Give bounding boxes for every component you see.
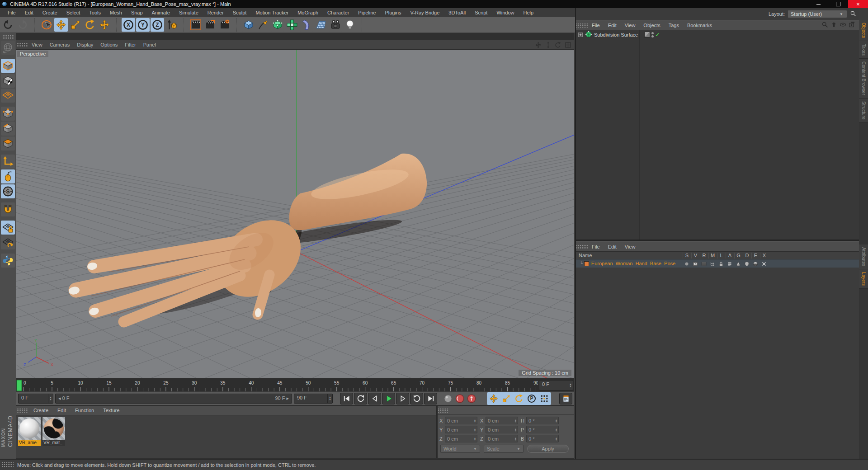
search-icon[interactable] bbox=[821, 21, 829, 29]
viewport-3d[interactable]: Perspective Grid Spacing : 10 cm Y X Z bbox=[16, 50, 574, 378]
layer-color-swatch[interactable] bbox=[584, 261, 589, 266]
viewport-menu-cameras[interactable]: Cameras bbox=[46, 41, 74, 48]
hierarchy-icon[interactable] bbox=[708, 261, 717, 267]
viewport-canvas[interactable] bbox=[16, 50, 574, 378]
menu-edit[interactable]: Edit bbox=[21, 9, 38, 16]
texture-mode-button[interactable] bbox=[1, 74, 15, 88]
coordinate-field-size-y[interactable]: 0 cm▲▼ bbox=[486, 426, 518, 433]
last-tool-button[interactable] bbox=[98, 18, 111, 32]
deformer-button[interactable] bbox=[300, 18, 313, 32]
render-view-button[interactable] bbox=[189, 18, 203, 32]
spinner-arrows[interactable]: ▲▼ bbox=[473, 437, 477, 441]
key-position-button[interactable] bbox=[488, 393, 500, 404]
menu-select[interactable]: Select bbox=[62, 9, 85, 16]
viewport-drag-handle[interactable] bbox=[16, 42, 28, 47]
lock-y-button[interactable]: Y bbox=[136, 18, 150, 32]
viewport-menu-panel[interactable]: Panel bbox=[140, 41, 160, 48]
previous-key-button[interactable] bbox=[354, 393, 367, 404]
object-manager-menu-view[interactable]: View bbox=[621, 22, 640, 29]
light-button[interactable] bbox=[343, 18, 357, 32]
menu-mograph[interactable]: MoGraph bbox=[293, 9, 322, 16]
spinner-arrows[interactable]: ▲▼ bbox=[514, 419, 518, 423]
layer-manager-menu-file[interactable]: File bbox=[588, 243, 604, 250]
menu-plugins[interactable]: Plugins bbox=[381, 9, 405, 16]
expander-icon[interactable] bbox=[578, 32, 583, 38]
spinner-arrows[interactable]: ▲▼ bbox=[514, 428, 518, 432]
layout-dropdown[interactable]: Startup (User)▼ bbox=[788, 10, 847, 18]
camera-label[interactable]: Perspective bbox=[17, 51, 48, 57]
spinner-arrows[interactable]: ▲▼ bbox=[554, 428, 558, 432]
coordinate-field-rotation-p[interactable]: 0 °▲▼ bbox=[526, 426, 559, 433]
next-frame-button[interactable] bbox=[396, 393, 409, 404]
filter-icon[interactable] bbox=[840, 21, 847, 29]
object-manager-tree[interactable]: Subdivision Surface✓ bbox=[576, 30, 859, 240]
layer-manager-menu-view[interactable]: View bbox=[621, 243, 640, 250]
scale-button[interactable] bbox=[69, 18, 82, 32]
tab-objects[interactable]: Objects bbox=[859, 20, 868, 41]
subdivision-surface-button[interactable] bbox=[271, 18, 284, 32]
coordinate-field-rotation-h[interactable]: 0 °▲▼ bbox=[526, 417, 559, 424]
lock-workplane-button[interactable] bbox=[1, 221, 15, 235]
lock-z-button[interactable]: Z bbox=[151, 18, 164, 32]
timeline-window-button[interactable] bbox=[559, 393, 572, 404]
edges-mode-button[interactable] bbox=[1, 122, 15, 136]
coordinate-field-position-y[interactable]: 0 cm▲▼ bbox=[445, 426, 477, 433]
goto-start-button[interactable] bbox=[340, 393, 353, 404]
viewport-menu-view[interactable]: View bbox=[28, 41, 46, 48]
object-manager-menu-bookmarks[interactable]: Bookmarks bbox=[683, 22, 716, 29]
points-mode-button[interactable] bbox=[1, 107, 15, 121]
menu-mesh[interactable]: Mesh bbox=[106, 9, 126, 16]
menu-window[interactable]: Window bbox=[492, 9, 518, 16]
object-row[interactable]: Subdivision Surface✓ bbox=[576, 30, 859, 39]
rotate-button[interactable] bbox=[83, 18, 97, 32]
menu-render[interactable]: Render bbox=[203, 9, 228, 16]
minimize-button[interactable] bbox=[808, 0, 828, 8]
object-manager-menu-edit[interactable]: Edit bbox=[604, 22, 621, 29]
record-objects-button[interactable] bbox=[443, 393, 453, 404]
menu-file[interactable]: File bbox=[4, 9, 20, 16]
make-editable-button[interactable] bbox=[1, 41, 15, 55]
menu-v-ray-bridge[interactable]: V-Ray Bridge bbox=[406, 9, 444, 16]
frame-range-slider[interactable]: ◂ 0 F 90 F ▸ bbox=[55, 394, 292, 404]
spinner-arrows[interactable]: ▲▼ bbox=[554, 437, 558, 441]
material-menu-edit[interactable]: Edit bbox=[53, 407, 71, 414]
coordinate-field-size-z[interactable]: 0 cm▲▼ bbox=[486, 435, 518, 442]
tab-layers[interactable]: Layers bbox=[859, 269, 868, 289]
status-drag-handle[interactable] bbox=[2, 462, 14, 468]
dot-icon[interactable] bbox=[683, 261, 691, 267]
undo-button[interactable] bbox=[1, 18, 15, 32]
enable-axis-button[interactable] bbox=[1, 155, 15, 169]
eye-box-icon[interactable] bbox=[691, 261, 699, 267]
viewport-menu-options[interactable]: Options bbox=[97, 41, 121, 48]
material-vr_mat_[interactable]: VR_mat_ bbox=[42, 417, 65, 446]
toggle-panels-icon[interactable] bbox=[563, 41, 572, 49]
mask-icon[interactable] bbox=[751, 261, 760, 267]
visibility-dots[interactable] bbox=[651, 32, 654, 38]
material-menu-function[interactable]: Function bbox=[71, 407, 99, 414]
menu-create[interactable]: Create bbox=[38, 9, 61, 16]
viewport-menu-display[interactable]: Display bbox=[73, 41, 97, 48]
layer-manager-body[interactable]: └European_Woman_Hand_Base_Pose bbox=[576, 259, 859, 268]
enabled-checkmark[interactable]: ✓ bbox=[655, 32, 660, 38]
film-icon[interactable] bbox=[700, 261, 708, 267]
modifiers-button[interactable] bbox=[285, 18, 299, 32]
camera-button[interactable] bbox=[329, 18, 342, 32]
autokeying-button[interactable] bbox=[454, 393, 465, 404]
list-icon[interactable] bbox=[726, 261, 734, 267]
add-cube-button[interactable] bbox=[242, 18, 255, 32]
coordinate-field-size-x[interactable]: 0 cm▲▼ bbox=[486, 417, 518, 424]
current-frame-spinner[interactable]: 0 F ▲▼ bbox=[539, 380, 573, 390]
light-cone-icon[interactable] bbox=[734, 261, 742, 267]
menu-script[interactable]: Script bbox=[471, 9, 491, 16]
coordinate-mode-dropdown[interactable]: World▼ bbox=[440, 445, 480, 453]
toolbar-drag-handle[interactable] bbox=[2, 34, 14, 39]
material-menu-texture[interactable]: Texture bbox=[99, 407, 124, 414]
end-frame-spinner[interactable]: 90 F▲▼ bbox=[294, 394, 333, 404]
lock-x-button[interactable]: X bbox=[122, 18, 135, 32]
menu-pipeline[interactable]: Pipeline bbox=[354, 9, 380, 16]
goto-end-button[interactable] bbox=[424, 393, 437, 404]
model-mode-button[interactable] bbox=[1, 59, 15, 73]
menu-simulate[interactable]: Simulate bbox=[175, 9, 203, 16]
shield-icon[interactable] bbox=[743, 261, 751, 267]
key-pla-button[interactable] bbox=[538, 393, 550, 404]
